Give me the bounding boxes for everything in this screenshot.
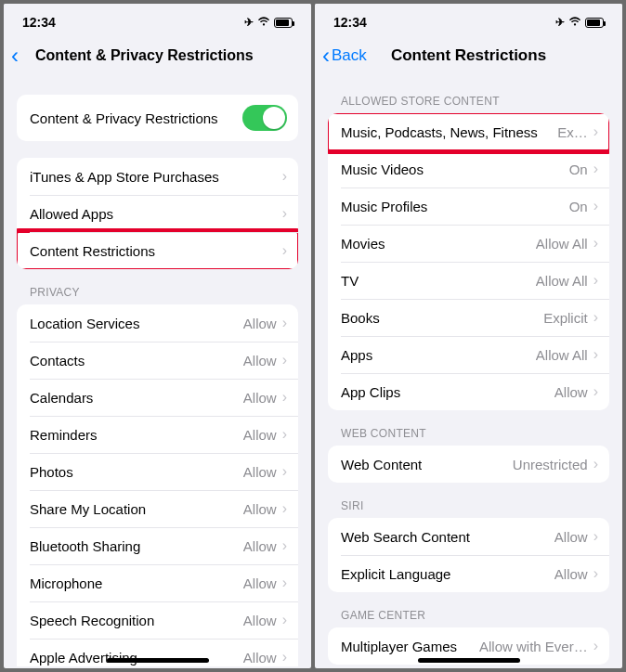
cell-right: Allow› (243, 613, 287, 628)
web-item-row[interactable]: Web ContentUnrestricted› (328, 446, 609, 483)
allowed-item-value: Allow All (536, 273, 588, 289)
privacy-item-row[interactable]: Share My LocationAllow› (17, 490, 298, 527)
privacy-item-row[interactable]: ContactsAllow› (17, 342, 298, 379)
toggle-label: Content & Privacy Restrictions (30, 110, 218, 126)
cell-right: Allow› (243, 316, 287, 331)
web-item-label: Web Content (341, 457, 422, 472)
privacy-item-row[interactable]: PhotosAllow› (17, 453, 298, 490)
back-button[interactable]: ‹ Back (322, 45, 367, 67)
status-bar: 12:34 ✈︎ (4, 4, 311, 37)
allowed-item-row[interactable]: TVAllow All› (328, 262, 609, 299)
allowed-item-label: TV (341, 273, 359, 289)
siri-item-value: Allow (554, 529, 588, 545)
privacy-item-row[interactable]: Speech RecognitionAllow› (17, 601, 298, 639)
cell-right: › (282, 206, 287, 221)
cell-right: Allow› (243, 390, 287, 406)
chevron-right-icon: › (593, 566, 598, 581)
allowed-item-value: Ex… (557, 124, 588, 140)
chevron-left-icon: ‹ (322, 45, 330, 67)
settings-item-row[interactable]: Content Restrictions› (17, 232, 298, 269)
privacy-item-value: Allow (243, 575, 277, 591)
chevron-right-icon: › (593, 124, 598, 139)
privacy-item-row[interactable]: Location ServicesAllow› (17, 304, 298, 342)
privacy-item-row[interactable]: Bluetooth SharingAllow› (17, 527, 298, 564)
chevron-right-icon: › (593, 162, 598, 176)
chevron-right-icon: › (593, 310, 598, 325)
page-title: Content & Privacy Restrictions (35, 47, 302, 64)
settings-item-row[interactable]: iTunes & App Store Purchases› (17, 158, 298, 195)
home-indicator[interactable] (107, 658, 209, 663)
allowed-item-row[interactable]: Music, Podcasts, News, FitnessEx…› (328, 113, 609, 150)
web-content-header: Web Content (328, 427, 609, 446)
game-center-header: Game Center (328, 609, 609, 627)
phone-right-screen: 12:34 ✈︎ ‹ Back Content Restrictions All… (315, 4, 622, 668)
privacy-item-label: Contacts (30, 353, 85, 368)
content-privacy-toggle-row[interactable]: Content & Privacy Restrictions (17, 95, 298, 141)
chevron-right-icon: › (282, 650, 287, 665)
chevron-right-icon: › (282, 243, 287, 258)
cell-right: › (282, 169, 287, 184)
chevron-right-icon: › (282, 501, 287, 516)
cell-right: Allow› (554, 529, 598, 545)
chevron-right-icon: › (282, 353, 287, 368)
allowed-item-label: Apps (341, 347, 372, 363)
allowed-item-value: On (569, 199, 588, 214)
privacy-item-label: Reminders (30, 427, 98, 443)
chevron-right-icon: › (282, 427, 287, 442)
back-label: Back (332, 46, 367, 65)
chevron-right-icon: › (282, 538, 287, 553)
siri-item-label: Explicit Language (341, 566, 450, 582)
cell-right: Allow› (243, 464, 287, 480)
chevron-right-icon: › (282, 575, 287, 590)
chevron-left-icon: ‹ (11, 45, 19, 67)
settings-item-label: Content Restrictions (30, 243, 155, 259)
chevron-right-icon: › (282, 613, 287, 627)
cell-right: Allow All› (536, 273, 598, 289)
cell-right: Allow› (243, 501, 287, 517)
privacy-item-value: Allow (243, 427, 277, 443)
chevron-right-icon: › (593, 347, 598, 362)
siri-item-row[interactable]: Web Search ContentAllow› (328, 518, 609, 555)
status-bar: 12:34 ✈︎ (315, 4, 622, 37)
allowed-item-row[interactable]: MoviesAllow All› (328, 225, 609, 262)
cell-right: Allow› (243, 427, 287, 443)
toggle-switch[interactable] (242, 105, 287, 131)
back-button[interactable]: ‹ (11, 45, 19, 67)
cell-right: Unrestricted› (513, 457, 598, 472)
privacy-item-value: Allow (243, 353, 277, 368)
allowed-item-row[interactable]: Music VideosOn› (328, 150, 609, 187)
allowed-item-row[interactable]: BooksExplicit› (328, 299, 609, 336)
cell-right: On› (569, 199, 598, 214)
cell-right: Allow› (243, 538, 287, 554)
chevron-right-icon: › (282, 390, 287, 405)
chevron-right-icon: › (282, 464, 287, 479)
allowed-item-row[interactable]: Music ProfilesOn› (328, 187, 609, 225)
status-time: 12:34 (22, 15, 56, 30)
settings-item-row[interactable]: Allowed Apps› (17, 195, 298, 232)
privacy-item-row[interactable]: MicrophoneAllow› (17, 564, 298, 601)
privacy-item-label: Bluetooth Sharing (30, 538, 140, 554)
privacy-item-value: Allow (243, 650, 277, 666)
privacy-item-label: Share My Location (30, 501, 146, 517)
privacy-item-row[interactable]: CalendarsAllow› (17, 379, 298, 416)
home-indicator[interactable] (418, 658, 520, 663)
battery-icon (274, 18, 293, 28)
chevron-right-icon: › (282, 169, 287, 184)
cell-right: Ex…› (557, 124, 598, 140)
siri-item-row[interactable]: Explicit LanguageAllow› (328, 555, 609, 592)
privacy-item-row[interactable]: RemindersAllow› (17, 416, 298, 453)
cell-right: On› (569, 162, 598, 177)
status-indicators: ✈︎ (244, 16, 293, 29)
chevron-right-icon: › (282, 206, 287, 221)
privacy-item-value: Allow (243, 390, 277, 406)
nav-bar: ‹ Content & Privacy Restrictions (4, 37, 311, 78)
allowed-item-value: Explicit (543, 310, 588, 326)
cell-right: Allow› (243, 575, 287, 591)
cell-right: Allow› (243, 353, 287, 368)
battery-icon (585, 18, 604, 28)
allowed-item-row[interactable]: AppsAllow All› (328, 336, 609, 373)
allowed-item-value: Allow All (536, 347, 588, 363)
cell-right: Allow with Ever…› (479, 639, 598, 654)
allowed-item-row[interactable]: App ClipsAllow› (328, 373, 609, 410)
allowed-item-label: Music Profiles (341, 199, 427, 214)
